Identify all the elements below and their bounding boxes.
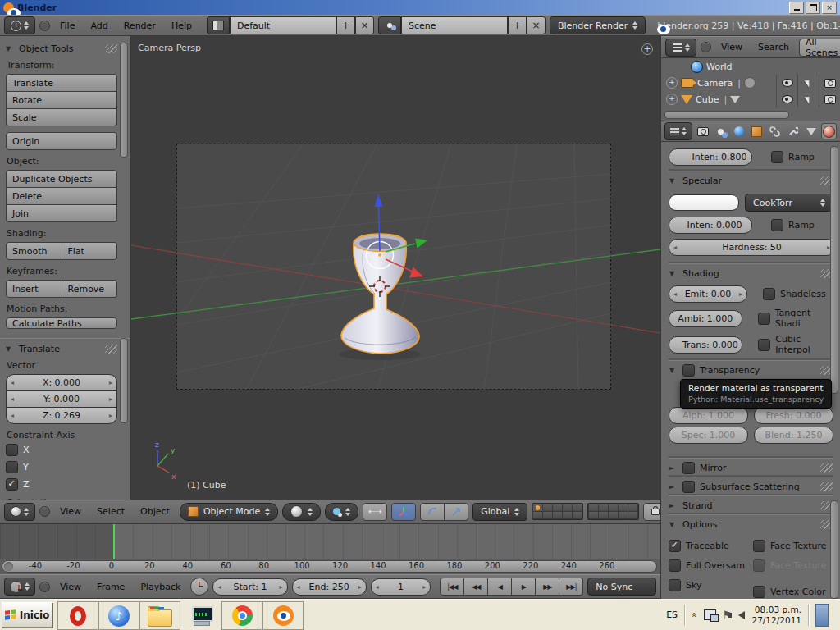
region-plus-icon[interactable]: +	[641, 43, 653, 55]
viewport-shading-select[interactable]	[282, 503, 321, 521]
jump-to-start-button[interactable]: |◀◀	[440, 578, 464, 596]
panel-grip[interactable]	[105, 44, 117, 53]
full-oversampling-row[interactable]: Full Oversam	[669, 559, 753, 572]
specular-ramp-checkbox[interactable]	[771, 219, 783, 231]
tab-render[interactable]	[695, 123, 710, 139]
render-engine-select[interactable]: Blender Render	[550, 16, 646, 34]
sky-row[interactable]: Sky	[669, 579, 753, 591]
add-layout-button[interactable]: +	[336, 16, 355, 34]
diffuse-ramp-row[interactable]: Ramp	[771, 151, 815, 163]
specular-shader-select[interactable]: CookTorr	[745, 194, 833, 212]
calculate-paths-button[interactable]: Calculate Paths	[6, 317, 117, 329]
delete-button[interactable]: Delete	[6, 188, 117, 205]
tab-material[interactable]	[821, 123, 837, 139]
network-tray-icon[interactable]	[704, 609, 716, 620]
menu-object[interactable]: Object	[135, 506, 176, 517]
menu-view[interactable]: View	[54, 582, 87, 592]
constraint-x-checkbox[interactable]	[6, 444, 18, 456]
x-axis-arrow[interactable]	[409, 267, 423, 278]
menu-view[interactable]: View	[54, 506, 87, 517]
jump-to-end-button[interactable]: ▶▶|	[559, 578, 583, 596]
smooth-button[interactable]: Smooth	[6, 242, 62, 260]
specular-intensity-slider[interactable]: Inten: 0.000	[669, 217, 752, 234]
restrict-select-toggle[interactable]	[797, 91, 819, 107]
expand-icon[interactable]: +	[666, 77, 678, 89]
diffuse-ramp-checkbox[interactable]	[771, 151, 783, 163]
timeline-scrollbar[interactable]	[2, 560, 657, 573]
rotate-manipulator-button[interactable]	[420, 503, 445, 521]
current-frame-indicator[interactable]	[113, 524, 115, 560]
sky-checkbox[interactable]	[669, 579, 681, 591]
tab-modifiers[interactable]	[785, 123, 801, 139]
editor-type-button[interactable]: i	[4, 16, 35, 34]
transparency-panel-header[interactable]: ▼ Transparency	[669, 360, 833, 379]
next-keyframe-button[interactable]: ▶▶	[536, 578, 559, 596]
minimize-button[interactable]	[789, 2, 804, 14]
transparency-enable-checkbox[interactable]	[682, 364, 695, 377]
shadeless-checkbox[interactable]	[763, 288, 775, 300]
panel-grip[interactable]	[820, 463, 833, 472]
taskbar-chrome-button[interactable]	[221, 601, 262, 630]
tangent-shading-row[interactable]: Tangent Shadi	[758, 308, 833, 329]
object-tools-panel-header[interactable]: ▼ Object Tools	[6, 43, 117, 54]
delete-layout-button[interactable]: ×	[355, 16, 374, 34]
hidden-icons-chevron[interactable]: «	[689, 612, 700, 618]
collapse-menus-button[interactable]	[39, 506, 50, 517]
add-scene-button[interactable]: +	[508, 16, 527, 34]
sss-enable-checkbox[interactable]	[682, 481, 695, 493]
scale-manipulator-button[interactable]	[445, 503, 468, 521]
translate-button[interactable]: Translate	[6, 74, 117, 92]
pivot-point-select[interactable]	[325, 503, 358, 521]
menu-view[interactable]: View	[715, 42, 748, 52]
constraint-y-checkbox[interactable]	[6, 461, 18, 473]
menu-render[interactable]: Render	[118, 21, 162, 31]
constraint-y-row[interactable]: Y	[6, 461, 117, 473]
tangent-shading-checkbox[interactable]	[758, 313, 770, 325]
shading-panel-header[interactable]: ▼ Shading	[669, 263, 833, 282]
blend-field[interactable]: Blend: 1.250	[754, 427, 833, 444]
shadeless-row[interactable]: Shadeless	[763, 288, 826, 300]
delete-scene-button[interactable]: ×	[527, 16, 546, 34]
editor-type-button[interactable]	[4, 503, 35, 521]
z-axis-arrow[interactable]	[375, 194, 383, 207]
hardness-field[interactable]: Hardness: 50	[669, 239, 835, 256]
menu-frame[interactable]: Frame	[91, 582, 130, 592]
vertex-color-paint-row[interactable]: Vertex Color	[753, 586, 833, 598]
menu-help[interactable]: Help	[166, 21, 198, 31]
restrict-view-toggle[interactable]	[776, 91, 797, 107]
timeline-track[interactable]	[0, 523, 660, 559]
translate-manipulator-button[interactable]	[391, 503, 416, 521]
properties-scrollbar[interactable]	[830, 146, 838, 394]
tab-object-data[interactable]	[803, 123, 819, 139]
specular-transparency-slider[interactable]: Spec: 1.000	[669, 427, 748, 444]
redo-panel-scrollbar[interactable]	[120, 338, 128, 423]
menu-search[interactable]: Search	[752, 42, 795, 52]
taskbar-blender-button[interactable]	[262, 601, 304, 630]
translucency-slider[interactable]: Trans: 0.000	[669, 336, 742, 354]
expand-icon[interactable]: +	[666, 94, 678, 105]
frame-end-field[interactable]: End: 250	[292, 578, 367, 596]
frame-start-field[interactable]: Start: 1	[212, 578, 287, 596]
editor-type-button[interactable]	[664, 122, 692, 140]
mirror-enable-checkbox[interactable]	[682, 462, 695, 474]
restrict-render-toggle[interactable]	[819, 75, 840, 91]
insert-keyframe-button[interactable]: Insert	[6, 280, 62, 298]
options-panel-header[interactable]: ▼ Options	[669, 514, 833, 533]
flat-button[interactable]: Flat	[62, 242, 118, 260]
scale-button[interactable]: Scale	[6, 109, 117, 126]
origin-button[interactable]: Origin	[6, 132, 117, 150]
taskbar-opera-button[interactable]	[57, 601, 98, 630]
menu-playback[interactable]: Playback	[135, 582, 186, 592]
start-button[interactable]: Inicio	[2, 602, 52, 628]
taskbar-itunes-button[interactable]: ♪	[98, 601, 139, 630]
editor-type-button[interactable]	[665, 39, 696, 57]
cubic-interpolation-checkbox[interactable]	[758, 339, 770, 351]
redo-panel-header[interactable]: ▼ Translate	[6, 344, 117, 354]
alpha-slider[interactable]: Alph: 1.000	[669, 407, 748, 424]
clock[interactable]: 08:03 p.m. 27/12/2011	[751, 605, 801, 626]
restore-button[interactable]	[806, 2, 820, 14]
restrict-render-toggle[interactable]	[819, 91, 840, 107]
outliner-filter-select[interactable]: All Scenes	[799, 39, 840, 57]
outliner-row-camera[interactable]: + Camera |	[661, 75, 840, 91]
outliner-hscrollbar[interactable]	[664, 111, 789, 119]
